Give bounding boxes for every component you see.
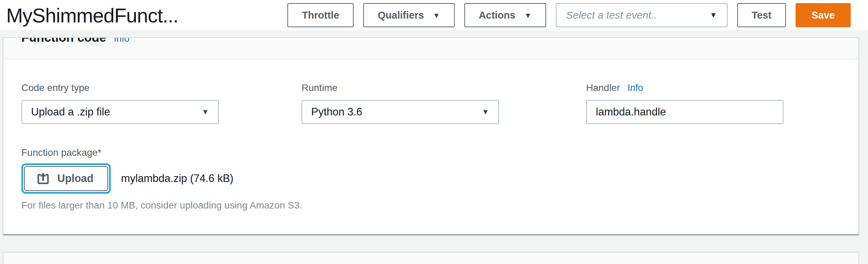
actions-label: Actions — [479, 10, 515, 21]
function-code-info-link[interactable]: Info — [114, 37, 129, 44]
qualifiers-dropdown-button[interactable]: Qualifiers ▼ — [363, 3, 455, 27]
test-event-placeholder: Select a test event.. — [566, 9, 657, 21]
handler-input[interactable] — [586, 100, 783, 124]
runtime-field: Runtime Python 3.6 ▼ — [302, 83, 499, 124]
handler-field: HandlerInfo — [586, 83, 783, 124]
next-panel-top-edge — [3, 252, 859, 264]
caret-down-icon: ▼ — [710, 11, 717, 19]
function-name-title: MyShimmedFunct... — [6, 4, 178, 27]
caret-down-icon: ▼ — [201, 108, 209, 116]
runtime-label: Runtime — [302, 83, 499, 93]
test-button[interactable]: Test — [737, 3, 786, 27]
runtime-value: Python 3.6 — [311, 106, 362, 118]
code-entry-type-field: Code entry type Upload a .zip file ▼ — [21, 83, 219, 124]
runtime-select[interactable]: Python 3.6 ▼ — [302, 100, 499, 124]
lambda-console-screen: MyShimmedFunct... Throttle Qualifiers ▼ … — [0, 0, 868, 264]
upload-helper-text: For files larger than 10 MB, consider up… — [21, 200, 302, 211]
handler-label-text: Handler — [586, 82, 620, 93]
function-code-heading-text: Function code — [21, 37, 106, 44]
uploaded-file-info: mylambda.zip (74.6 kB) — [121, 172, 234, 185]
handler-label: HandlerInfo — [586, 83, 783, 93]
save-button[interactable]: Save — [796, 3, 851, 27]
function-code-panel-header: Function codeInfo — [3, 38, 858, 59]
handler-info-link[interactable]: Info — [628, 83, 643, 93]
function-code-heading: Function codeInfo — [21, 37, 129, 44]
test-event-select[interactable]: Select a test event.. ▼ — [556, 3, 728, 27]
topbar-actions: Throttle Qualifiers ▼ Actions ▼ Select a… — [287, 3, 851, 27]
upload-button-label: Upload — [57, 172, 93, 185]
upload-icon — [37, 172, 50, 185]
qualifiers-label: Qualifiers — [378, 10, 424, 21]
throttle-button[interactable]: Throttle — [287, 3, 354, 27]
function-code-panel-body: Code entry type Upload a .zip file ▼ Run… — [3, 59, 858, 234]
caret-down-icon: ▼ — [524, 12, 532, 19]
function-code-panel: Function codeInfo Code entry type Upload… — [3, 37, 859, 235]
function-package-label: Function package* — [21, 148, 302, 158]
upload-button[interactable]: Upload — [24, 166, 108, 191]
upload-button-focus-ring: Upload — [21, 163, 111, 194]
code-entry-type-label: Code entry type — [21, 83, 219, 93]
caret-down-icon: ▼ — [482, 108, 489, 116]
function-action-bar: MyShimmedFunct... Throttle Qualifiers ▼ … — [0, 0, 868, 30]
code-entry-type-select[interactable]: Upload a .zip file ▼ — [21, 100, 219, 124]
actions-dropdown-button[interactable]: Actions ▼ — [464, 3, 546, 27]
upload-row: Upload mylambda.zip (74.6 kB) — [21, 163, 302, 194]
code-entry-type-value: Upload a .zip file — [31, 106, 110, 118]
function-package-block: Function package* Upload mylambda.zip — [21, 148, 302, 211]
caret-down-icon: ▼ — [433, 12, 440, 19]
